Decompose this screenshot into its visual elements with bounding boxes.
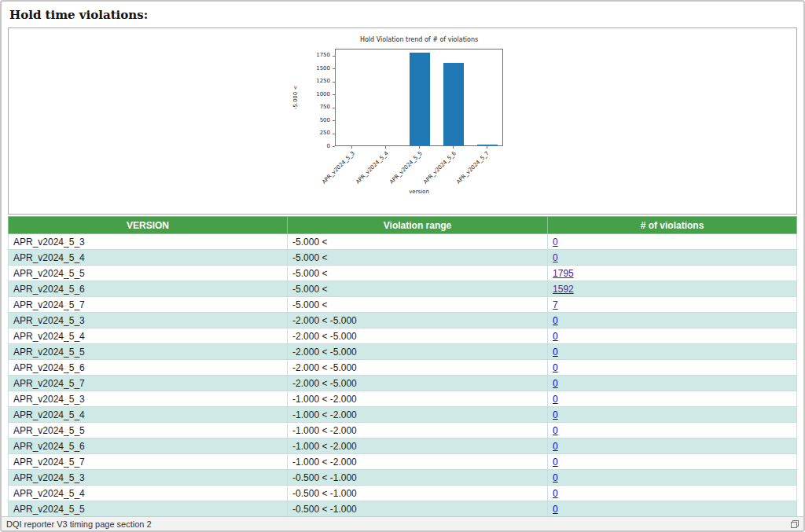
version-cell: APR_v2024_5_7: [9, 376, 288, 391]
violation-count-link[interactable]: 0: [553, 347, 558, 358]
y-tick-mark: [333, 134, 335, 134]
violation-count-cell: 0: [548, 423, 797, 438]
table-row: APR_v2024_5_4-1.000 < -2.0000: [9, 407, 797, 423]
version-cell: APR_v2024_5_4: [9, 486, 288, 501]
table-row: APR_v2024_5_6-1.000 < -2.0000: [9, 438, 797, 454]
version-cell: APR_v2024_5_7: [9, 454, 288, 470]
table-row: APR_v2024_5_7-2.000 < -5.0000: [9, 376, 797, 391]
violation-range-cell: -0.500 < -1.000: [288, 501, 548, 517]
y-tick-label: 1500: [303, 65, 330, 72]
violation-count-cell: 0: [548, 454, 797, 470]
violation-count-link[interactable]: 1592: [553, 284, 574, 295]
chart-ylabel: -5.000 <: [292, 86, 299, 110]
version-cell: APR_v2024_5_5: [9, 266, 288, 281]
violation-count-cell: 0: [548, 407, 797, 423]
x-tick-mark: [351, 146, 352, 149]
violation-range-cell: -5.000 <: [288, 250, 548, 266]
violation-range-cell: -2.000 < -5.000: [288, 313, 548, 328]
violation-count-cell: 0: [548, 470, 797, 486]
column-header-violation-range: Violation range: [288, 217, 548, 234]
violation-count-link[interactable]: 7: [553, 299, 558, 310]
violation-range-cell: -2.000 < -5.000: [288, 360, 548, 376]
chart-bar: [443, 63, 464, 145]
y-tick-label: 1750: [303, 52, 330, 59]
table-row: APR_v2024_5_3-0.500 < -1.0000: [9, 470, 797, 486]
violation-range-cell: -2.000 < -5.000: [288, 344, 548, 360]
violation-count-cell: 0: [548, 360, 797, 376]
y-tick-mark: [333, 68, 335, 69]
y-tick-label: 500: [303, 117, 330, 124]
version-cell: APR_v2024_5_6: [9, 438, 288, 454]
violations-table-header: VERSION Violation range # of violations: [9, 217, 797, 234]
violation-count-link[interactable]: 0: [553, 331, 558, 342]
violation-count-link[interactable]: 1795: [553, 268, 574, 279]
violation-count-cell: 0: [548, 234, 797, 250]
table-row: APR_v2024_5_5-1.000 < -2.0000: [9, 423, 797, 438]
violation-count-cell: 0: [548, 313, 797, 328]
violation-count-link[interactable]: 0: [553, 378, 558, 389]
violation-range-cell: -0.500 < -1.000: [288, 470, 548, 486]
violation-count-link[interactable]: 0: [553, 409, 558, 420]
violation-count-cell: 0: [548, 391, 797, 407]
table-row: APR_v2024_5_3-5.000 <0: [9, 234, 797, 250]
status-text: DQI reporter V3 timing page section 2: [6, 519, 152, 529]
chart-bar: [477, 145, 498, 145]
y-tick-label: 1000: [303, 91, 330, 98]
chart-plot: [335, 49, 503, 146]
table-row: APR_v2024_5_4-0.500 < -1.0000: [9, 486, 797, 501]
version-cell: APR_v2024_5_4: [9, 407, 288, 423]
table-row: APR_v2024_5_5-2.000 < -5.0000: [9, 344, 797, 360]
violation-count-link[interactable]: 0: [553, 472, 558, 483]
y-tick-label: 1250: [303, 78, 330, 85]
violation-count-link[interactable]: 0: [553, 394, 558, 405]
version-cell: APR_v2024_5_7: [9, 297, 288, 313]
y-tick-mark: [333, 146, 335, 147]
x-tick-label: APR_v2024_5_5: [388, 150, 424, 185]
violation-range-cell: -1.000 < -2.000: [288, 407, 548, 423]
violation-range-cell: -5.000 <: [288, 297, 548, 313]
status-bar: DQI reporter V3 timing page section 2: [2, 516, 803, 530]
violation-count-link[interactable]: 0: [553, 488, 558, 499]
version-cell: APR_v2024_5_3: [9, 234, 288, 250]
table-row: APR_v2024_5_6-2.000 < -5.0000: [9, 360, 797, 376]
version-cell: APR_v2024_5_6: [9, 281, 288, 297]
violation-count-cell: 7: [548, 297, 797, 313]
chart-xlabel: version: [409, 189, 429, 195]
violation-count-link[interactable]: 0: [553, 441, 558, 452]
violation-count-link[interactable]: 0: [553, 315, 558, 326]
table-row: APR_v2024_5_3-1.000 < -2.0000: [9, 391, 797, 407]
violation-count-cell: 0: [548, 438, 797, 454]
violation-count-link[interactable]: 0: [553, 362, 558, 373]
violation-count-link[interactable]: 0: [553, 252, 558, 263]
table-row: APR_v2024_5_3-2.000 < -5.0000: [9, 313, 797, 328]
violation-count-link[interactable]: 0: [553, 457, 558, 468]
y-tick-label: 250: [303, 130, 330, 137]
report-page: Hold time violations: Hold Violation tre…: [0, 0, 805, 532]
version-cell: APR_v2024_5_3: [9, 391, 288, 407]
violation-range-cell: -2.000 < -5.000: [288, 376, 548, 391]
violations-table: VERSION Violation range # of violations …: [8, 216, 797, 517]
violation-range-cell: -2.000 < -5.000: [288, 328, 548, 344]
violation-count-link[interactable]: 0: [553, 425, 558, 436]
violation-range-cell: -5.000 <: [288, 234, 548, 250]
violation-count-cell: 0: [548, 344, 797, 360]
x-tick-mark: [487, 146, 487, 149]
y-tick-mark: [333, 94, 335, 95]
violation-range-cell: -1.000 < -2.000: [288, 391, 548, 407]
column-header-num-violations: # of violations: [548, 217, 797, 234]
footer-resize-icon[interactable]: [791, 520, 799, 528]
violation-range-cell: -1.000 < -2.000: [288, 454, 548, 470]
table-row: APR_v2024_5_7-5.000 <7: [9, 297, 797, 313]
version-cell: APR_v2024_5_3: [9, 313, 288, 328]
chart-bar: [410, 53, 430, 145]
y-tick-label: 750: [303, 104, 330, 111]
version-cell: APR_v2024_5_5: [9, 423, 288, 438]
column-header-version: VERSION: [9, 217, 288, 234]
violation-count-cell: 0: [548, 328, 797, 344]
violation-count-link[interactable]: 0: [553, 237, 558, 248]
violation-count-link[interactable]: 0: [553, 504, 558, 515]
violation-range-cell: -5.000 <: [288, 266, 548, 281]
violation-count-cell: 1592: [548, 281, 797, 297]
x-tick-mark: [385, 146, 386, 149]
content-area: Hold time violations: Hold Violation tre…: [2, 2, 803, 517]
